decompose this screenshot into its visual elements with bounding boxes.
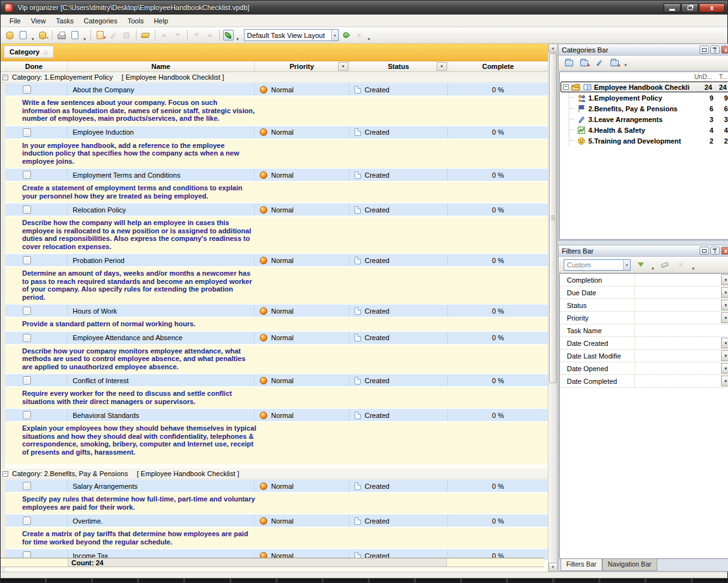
new-database-icon[interactable] <box>4 29 16 41</box>
task-checkbox[interactable] <box>23 85 31 94</box>
category-group-row[interactable]: −Category: 1.Employement Policy[ Employe… <box>1 72 548 83</box>
collapse-all-icon[interactable] <box>204 29 216 41</box>
total-column-header[interactable]: T... <box>715 73 728 80</box>
print-preview-icon[interactable] <box>69 29 81 41</box>
scroll-down-icon[interactable]: ▼ <box>549 563 557 572</box>
task-view-layout-icon[interactable] <box>223 30 234 40</box>
task-row[interactable]: Conflict of InterestNormalCreated0 % <box>5 374 548 388</box>
menu-item-categories[interactable]: Categories <box>79 16 123 26</box>
categories-bar-titlebar[interactable]: Categories Bar x <box>559 44 728 56</box>
vertical-scrollbar[interactable]: ▲ ▼ <box>548 44 557 572</box>
filter-dropdown-icon[interactable]: ▼ <box>721 376 728 386</box>
move-up-icon[interactable] <box>159 29 171 41</box>
customize-layout-icon[interactable] <box>340 29 352 41</box>
delete-category-icon[interactable]: × <box>609 57 621 69</box>
delete-filter-icon[interactable]: × <box>675 259 687 271</box>
clear-filter-icon[interactable] <box>659 259 671 271</box>
task-checkbox[interactable] <box>23 482 31 490</box>
tree-category-row[interactable]: 2.Benefits, Pay & Pensions66 <box>560 103 728 114</box>
filter-preset-combo[interactable]: Custom ▼ <box>564 259 631 271</box>
filters-restore-button[interactable] <box>700 247 709 255</box>
delete-layout-icon[interactable]: × <box>353 29 365 41</box>
group-by-category-chip[interactable]: Category △ <box>4 46 54 58</box>
tree-root-row[interactable]: −Employee Handbook Checkli2424 <box>561 82 728 92</box>
task-checkbox[interactable] <box>23 307 31 315</box>
task-row[interactable]: Probation PeriodNormalCreated0 % <box>5 254 548 267</box>
filter-dropdown-icon[interactable]: ▼ <box>721 338 728 348</box>
task-checkbox[interactable] <box>23 128 31 137</box>
edit-task-icon[interactable] <box>107 29 119 41</box>
print-icon[interactable] <box>56 29 68 41</box>
menu-item-tasks[interactable]: Tasks <box>51 16 78 26</box>
filter-value-field[interactable] <box>634 362 721 374</box>
tree-category-row[interactable]: 3.Leave Arrangements33 <box>560 114 728 125</box>
task-row[interactable]: Salary ArrangementsNormalCreated0 % <box>5 479 548 493</box>
titlebar[interactable]: Vip organizer [C:\Users\dmitry\Desktop\E… <box>1 1 727 15</box>
filter-dropdown-icon[interactable]: ▼ <box>721 300 728 310</box>
menu-item-help[interactable]: Help <box>149 16 173 26</box>
complete-task-icon[interactable] <box>121 29 133 41</box>
task-row[interactable]: Overtime.NormalCreated0 % <box>5 514 548 528</box>
filters-pin-button[interactable] <box>710 247 720 255</box>
categories-pin-button[interactable] <box>710 46 720 54</box>
filters-bar-titlebar[interactable]: Filters Bar x <box>559 245 728 257</box>
apply-filter-icon[interactable] <box>634 259 646 271</box>
view-group-overflow-icon[interactable]: ▼ <box>236 37 240 41</box>
tab-navigation-bar[interactable]: Navigation Bar <box>602 559 657 571</box>
menu-item-view[interactable]: View <box>26 16 51 26</box>
column-header-status[interactable]: Status▼ <box>349 61 448 71</box>
filter-value-field[interactable] <box>634 286 721 298</box>
close-button[interactable]: x <box>699 3 725 13</box>
column-header-name[interactable]: Name <box>68 61 255 71</box>
task-row[interactable]: About the CompanyNormalCreated0 % <box>5 83 548 97</box>
categories-restore-button[interactable] <box>700 46 709 54</box>
new-category-icon[interactable] <box>563 57 575 69</box>
save-database-icon[interactable]: ▪ <box>37 29 49 41</box>
restore-button[interactable] <box>681 3 698 13</box>
filter-value-field[interactable] <box>634 274 721 286</box>
filter-value-field[interactable] <box>634 350 721 362</box>
tree-category-row[interactable]: 5.Training and Development22 <box>560 135 728 146</box>
tree-columns-header[interactable]: UnD... T... <box>560 72 728 82</box>
column-header-complete[interactable]: Complete <box>448 61 548 71</box>
scrollbar-thumb[interactable] <box>549 53 557 383</box>
filter-dropdown-icon[interactable]: ▼ <box>721 274 728 285</box>
task-checkbox[interactable] <box>23 171 31 179</box>
layout-combo-dropdown-icon[interactable]: ▼ <box>331 30 338 40</box>
filter-dropdown-icon[interactable]: ▼ <box>651 267 655 271</box>
menu-item-file[interactable]: File <box>4 16 26 26</box>
categories-close-button[interactable]: x <box>721 46 728 54</box>
minimize-button[interactable] <box>664 3 681 13</box>
task-checkbox[interactable] <box>23 206 31 214</box>
collapse-tree-icon[interactable]: − <box>563 84 569 90</box>
toolbar-overflow-icon[interactable]: ▼ <box>367 37 371 41</box>
task-row[interactable]: Hours of WorkNormalCreated0 % <box>5 304 548 318</box>
scroll-up-icon[interactable]: ▲ <box>549 44 557 52</box>
filters-toolbar-overflow-icon[interactable]: ▼ <box>691 267 695 271</box>
assign-tag-icon[interactable] <box>140 29 152 41</box>
filter-value-field[interactable] <box>634 337 721 349</box>
priority-filter-dropdown-icon[interactable]: ▼ <box>338 62 348 71</box>
task-row[interactable]: Employee InductionNormalCreated0 % <box>5 126 548 140</box>
categories-toolbar-overflow-icon[interactable]: ▼ <box>624 63 628 67</box>
task-checkbox[interactable] <box>23 334 31 342</box>
collapse-group-icon[interactable]: − <box>3 75 8 80</box>
tab-filters-bar[interactable]: Filters Bar <box>561 559 602 571</box>
filter-dropdown-icon[interactable]: ▼ <box>721 350 728 361</box>
new-task-icon[interactable]: + <box>94 29 106 41</box>
edit-category-icon[interactable] <box>593 57 605 69</box>
tree-category-row[interactable]: 4.Health & Safety44 <box>560 125 728 135</box>
task-checkbox[interactable] <box>23 256 31 264</box>
column-header-priority[interactable]: Priority▼ <box>255 61 349 71</box>
tree-category-row[interactable]: 1.Employement Policy99 <box>560 92 728 103</box>
layout-combo[interactable]: Default Task View Layout ▼ <box>244 29 339 41</box>
filter-value-field[interactable] <box>634 375 721 387</box>
open-dropdown-icon[interactable]: ▼ <box>31 37 35 41</box>
move-down-icon[interactable] <box>172 29 184 41</box>
task-row[interactable]: Employee Attendance and AbsenceNormalCre… <box>5 331 548 345</box>
task-checkbox[interactable] <box>23 411 31 419</box>
filter-dropdown-icon[interactable]: ▼ <box>721 312 728 323</box>
filter-value-field[interactable] <box>634 324 728 336</box>
task-checkbox[interactable] <box>23 376 31 384</box>
status-filter-dropdown-icon[interactable]: ▼ <box>437 62 447 71</box>
